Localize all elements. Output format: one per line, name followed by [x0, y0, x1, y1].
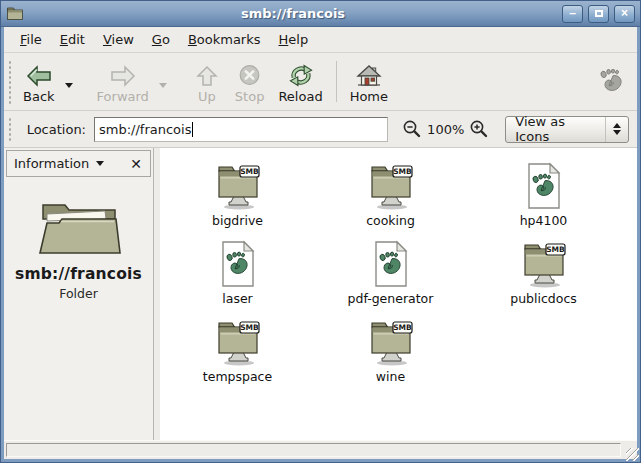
status-text [6, 443, 621, 457]
view-mode-spinner [605, 117, 628, 142]
chevron-down-icon [613, 130, 621, 135]
content-area: Information ✕ smb://francois Folder [4, 148, 637, 440]
throbber [600, 55, 633, 108]
sidebar-close-button[interactable]: ✕ [127, 155, 145, 173]
smb-folder-icon [518, 240, 570, 288]
back-icon [26, 65, 52, 87]
back-label: Back [23, 90, 55, 103]
file-label: publicdocs [510, 291, 577, 306]
file-icon [525, 160, 563, 210]
up-button[interactable]: Up [186, 55, 228, 108]
chevron-down-icon [159, 83, 167, 88]
gnome-file-icon [525, 162, 563, 210]
sidebar-item-type: Folder [59, 286, 98, 301]
home-button[interactable]: Home [343, 55, 395, 108]
file-item-cooking[interactable]: cooking [314, 160, 467, 238]
zoom-in-icon[interactable] [469, 119, 489, 139]
chevron-down-icon [65, 83, 73, 88]
file-icon [212, 160, 264, 210]
smb-folder-icon [365, 318, 417, 366]
menu-item-help[interactable]: Help [270, 29, 318, 50]
forward-history-dropdown[interactable] [156, 55, 170, 108]
open-folder-icon [35, 192, 123, 256]
file-item-hp4100[interactable]: hp4100 [467, 160, 620, 238]
window-frame: FileEditViewGoBookmarksHelp Back Fo [1, 27, 640, 462]
sidebar-panel-title: Information [14, 156, 89, 171]
zoom-out-icon[interactable] [402, 119, 422, 139]
file-view[interactable]: bigdrive cooking hp4100 laser pdf-genera… [160, 148, 637, 440]
menu-item-view[interactable]: View [94, 29, 143, 50]
close-button[interactable]: × [614, 5, 635, 23]
gnome-file-icon [372, 240, 410, 288]
window-title: smb://francois [29, 6, 557, 21]
smb-folder-icon [212, 318, 264, 366]
maximize-icon [595, 10, 603, 17]
chevron-up-icon [613, 123, 621, 128]
file-item-publicdocs[interactable]: publicdocs [467, 238, 620, 316]
title-bar[interactable]: smb://francois – × [1, 1, 640, 27]
menu-item-go[interactable]: Go [143, 29, 179, 50]
forward-button[interactable]: Forward [90, 55, 156, 108]
file-icon [365, 316, 417, 366]
reload-label: Reload [278, 90, 322, 103]
location-bar: Location: smb://francois 100% [4, 111, 637, 148]
gnome-file-icon [219, 240, 257, 288]
view-mode-value: View as Icons [515, 114, 596, 144]
zoom-level[interactable]: 100% [427, 122, 464, 137]
file-label: tempspace [203, 369, 272, 384]
stop-button[interactable]: Stop [228, 55, 272, 108]
text-caret [192, 122, 193, 137]
back-button[interactable]: Back [16, 55, 62, 108]
file-label: cooking [366, 213, 415, 228]
sidebar-information-panel: Information ✕ smb://francois Folder [4, 148, 154, 440]
toolbar-separator [336, 61, 337, 102]
minimize-button[interactable]: – [562, 5, 583, 23]
file-label: pdf-generator [348, 291, 434, 306]
menu-item-bookmarks[interactable]: Bookmarks [179, 29, 270, 50]
file-icon [212, 316, 264, 366]
reload-icon [288, 64, 314, 87]
sidebar-panel-selector[interactable]: Information ✕ [6, 150, 151, 177]
status-bar [4, 440, 637, 459]
file-item-bigdrive[interactable]: bigdrive [161, 160, 314, 238]
forward-icon [110, 65, 136, 87]
chevron-down-icon [96, 161, 104, 166]
menu-item-edit[interactable]: Edit [51, 29, 94, 50]
file-item-pdf-generator[interactable]: pdf-generator [314, 238, 467, 316]
view-mode-select[interactable]: View as Icons [505, 116, 629, 143]
gnome-foot-icon [600, 69, 623, 94]
file-item-laser[interactable]: laser [161, 238, 314, 316]
forward-label: Forward [97, 90, 149, 103]
file-icon [365, 160, 417, 210]
menu-item-file[interactable]: File [11, 29, 51, 50]
folder-icon [6, 6, 24, 21]
location-value: smb://francois [99, 122, 191, 137]
locationbar-grip[interactable] [7, 116, 13, 142]
window-resize-grip[interactable] [626, 448, 639, 461]
home-icon [356, 64, 382, 87]
file-icon [518, 238, 570, 288]
location-label: Location: [27, 122, 86, 137]
file-label: wine [376, 369, 405, 384]
stop-icon [238, 64, 261, 87]
sidebar-location-title: smb://francois [15, 265, 142, 283]
nautilus-window: smb://francois – × FileEditViewGoBookmar… [0, 0, 641, 463]
file-item-wine[interactable]: wine [314, 316, 467, 394]
file-item-tempspace[interactable]: tempspace [161, 316, 314, 394]
files-grid: bigdrive cooking hp4100 laser pdf-genera… [160, 148, 637, 394]
toolbar: Back Forward Up [4, 53, 637, 111]
file-icon [219, 238, 257, 288]
menu-bar: FileEditViewGoBookmarksHelp [4, 27, 637, 53]
file-label: hp4100 [520, 213, 568, 228]
back-history-dropdown[interactable] [62, 55, 76, 108]
maximize-button[interactable] [588, 5, 609, 23]
file-label: bigdrive [212, 213, 263, 228]
toolbar-grip[interactable] [7, 59, 13, 104]
up-icon [195, 65, 219, 87]
file-icon [372, 238, 410, 288]
smb-folder-icon [212, 162, 264, 210]
location-input[interactable]: smb://francois [94, 117, 388, 142]
reload-button[interactable]: Reload [271, 55, 329, 108]
stop-label: Stop [235, 90, 265, 103]
up-label: Up [198, 90, 216, 103]
